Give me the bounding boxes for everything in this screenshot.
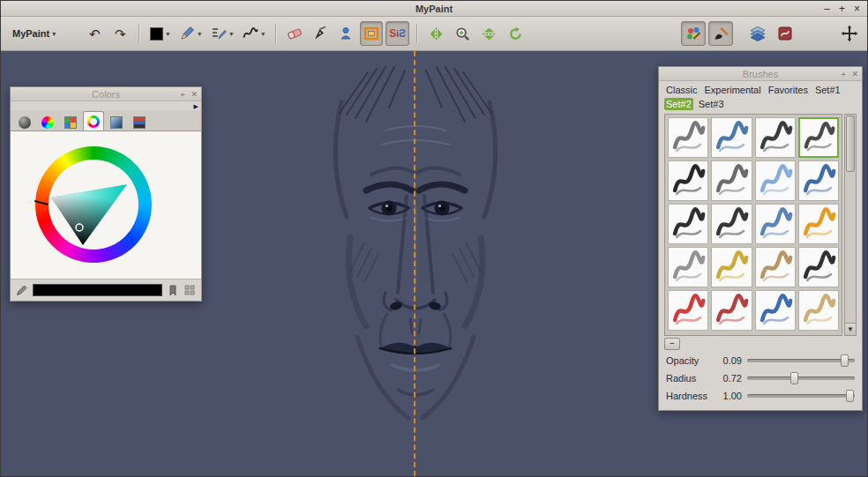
brush-group-tab[interactable]: Set#3 — [697, 98, 726, 110]
brush-settings-button[interactable]: ▾ — [207, 21, 236, 46]
app-menu-button[interactable]: MyPaint ▾ — [6, 21, 62, 46]
brush-thumbnail[interactable] — [755, 117, 796, 158]
brush-thumbnail[interactable] — [668, 160, 708, 201]
brushes-panel-float-button[interactable]: ＋ — [839, 69, 847, 80]
bookmark-color-button[interactable] — [167, 284, 179, 296]
inking-tool-button[interactable] — [334, 21, 357, 46]
brush-slider-row: Opacity 0.09 — [659, 352, 862, 369]
tab-palette-grid[interactable] — [60, 113, 81, 130]
maximize-button[interactable]: + — [839, 1, 845, 17]
tab-palette-sphere[interactable] — [14, 113, 35, 130]
brush-group-tab[interactable]: Experimental — [702, 84, 762, 96]
brush-thumbnail[interactable] — [755, 160, 796, 201]
scrollbar-down-arrow[interactable]: ▼ — [845, 323, 856, 335]
brush-thumbnail[interactable] — [798, 117, 839, 158]
slider-track[interactable] — [747, 359, 855, 362]
brush-thumbnail[interactable] — [798, 247, 839, 287]
colors-window-toggle[interactable] — [681, 21, 706, 46]
colors-panel-close-button[interactable]: ✕ — [191, 90, 198, 99]
brush-stroke-preview — [756, 291, 795, 330]
colors-panel-footer — [11, 279, 201, 301]
chevron-down-icon: ▾ — [229, 30, 233, 38]
brush-grid-scrollbar[interactable]: ▼ — [844, 114, 857, 336]
collapse-sliders-button[interactable]: − — [664, 338, 680, 350]
undo-icon: ↶ — [89, 27, 101, 41]
frame-tool-button[interactable] — [360, 21, 383, 46]
brushes-panel-close-button[interactable]: ✕ — [851, 70, 858, 78]
mirror-vertical-button[interactable] — [477, 21, 501, 46]
brush-thumbnail[interactable] — [668, 247, 708, 287]
brush-thumbnail[interactable] — [668, 290, 708, 331]
slider-handle[interactable] — [790, 372, 798, 384]
zoom-fit-button[interactable] — [451, 21, 475, 46]
color-swatch-button[interactable]: ▾ — [146, 21, 173, 46]
slider-handle[interactable] — [846, 390, 854, 402]
brush-thumbnail[interactable] — [711, 204, 752, 244]
brush-panel-minus-row: − — [659, 336, 862, 352]
slider-handle[interactable] — [841, 354, 849, 367]
undo-button[interactable]: ↶ — [83, 21, 106, 46]
brush-group-tab[interactable]: Set#2 — [664, 98, 693, 110]
tab-rgb-wheel[interactable] — [37, 113, 58, 130]
brush-thumbnail[interactable] — [755, 290, 796, 331]
saturation-triangle[interactable] — [49, 160, 138, 249]
brush-group-tabs: Classic Experimental Favorites Set#1 Set… — [659, 81, 862, 112]
tab-hue-ring[interactable] — [83, 111, 104, 130]
tab-component-sliders[interactable] — [129, 113, 150, 130]
brushes-panel-buttons: ＋ ✕ — [839, 67, 858, 81]
brush-thumbnail[interactable] — [798, 160, 839, 201]
brush-thumbnail[interactable] — [755, 247, 796, 287]
brush-selector-button[interactable]: ▾ — [176, 21, 205, 46]
colors-panel-titlebar[interactable]: Colors ＋ ✕ — [11, 87, 201, 101]
eraser-tool-button[interactable] — [283, 21, 306, 46]
brush-thumbnail[interactable] — [668, 204, 708, 244]
brush-sliders: Opacity 0.09 Radius 0.72 Hardness — [659, 352, 862, 410]
rgb-wheel-tab-icon — [41, 116, 54, 129]
slider-track[interactable] — [747, 394, 855, 398]
colors-panel-float-button[interactable]: ＋ — [178, 89, 186, 101]
layers-window-toggle[interactable] — [745, 21, 770, 46]
window-titlebar[interactable]: MyPaint – + × — [1, 1, 867, 17]
brushes-panel-titlebar[interactable]: Brushes ＋ ✕ — [659, 67, 862, 81]
ink-pen-icon — [312, 26, 328, 41]
chevron-down-icon: ▾ — [166, 30, 169, 38]
color-picker-pen-button[interactable] — [16, 284, 28, 296]
close-button[interactable]: × — [854, 1, 860, 17]
minimize-button[interactable]: – — [824, 1, 830, 17]
brush-editor-toggle[interactable] — [708, 21, 733, 46]
slider-label: Hardness — [666, 391, 712, 401]
pick-color-tool-button[interactable] — [309, 21, 332, 46]
brush-thumbnail[interactable] — [755, 204, 796, 244]
symmetry-mode-toggle[interactable]: SiS — [385, 21, 409, 46]
mirror-horizontal-button[interactable] — [424, 21, 448, 46]
scrollbar-thumb[interactable] — [846, 116, 855, 172]
brush-thumbnail[interactable] — [668, 117, 708, 158]
brush-stroke-preview — [712, 291, 751, 330]
rotate-arrow-icon — [507, 26, 524, 42]
brush-thumbnail[interactable] — [711, 117, 752, 158]
brush-stroke-preview — [799, 291, 838, 330]
brush-group-tab[interactable]: Set#1 — [813, 84, 842, 96]
flip-vertical-icon — [481, 26, 498, 42]
brush-thumbnail[interactable] — [798, 290, 839, 331]
brush-group-tab[interactable]: Favorites — [767, 84, 810, 96]
palette-grid-button[interactable] — [183, 284, 196, 296]
current-color-bar — [33, 284, 162, 296]
brush-list-toggle[interactable] — [773, 21, 797, 46]
bookmark-icon — [168, 285, 178, 296]
move-crosshair-icon — [841, 25, 858, 42]
colors-panel-menu-arrow[interactable]: ▶ — [194, 103, 198, 109]
brush-thumbnail[interactable] — [711, 160, 752, 201]
tab-gradient[interactable] — [106, 113, 127, 130]
line-mode-button[interactable]: ▾ — [239, 21, 268, 46]
rotate-view-button[interactable] — [504, 21, 528, 46]
brush-group-tab[interactable]: Classic — [664, 84, 699, 96]
brush-thumbnail[interactable] — [711, 247, 752, 287]
scroll-tool-button[interactable] — [837, 21, 862, 46]
brush-thumbnail[interactable] — [798, 204, 839, 244]
brush-thumbnail[interactable] — [711, 290, 752, 331]
current-color-swatch — [150, 27, 163, 41]
redo-button[interactable]: ↷ — [108, 21, 131, 46]
slider-track[interactable] — [747, 376, 855, 380]
toolbar-separator — [275, 24, 276, 43]
